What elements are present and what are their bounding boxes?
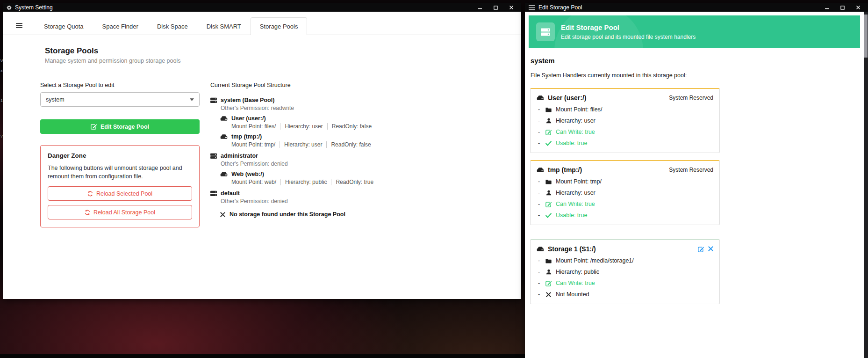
refresh-icon: [85, 210, 90, 215]
pool-permission: Other's Permission: denied: [221, 198, 288, 205]
hamburger-menu-icon: [529, 5, 535, 10]
tab-disk-space[interactable]: Disk Space: [148, 17, 197, 35]
cross-icon: [220, 212, 225, 217]
handler-card-storage1: Storage 1 (S1:/) Mount Point: /media/sto…: [530, 239, 720, 304]
hdd-icon: [220, 171, 228, 177]
tab-space-finder[interactable]: Space Finder: [93, 17, 148, 35]
gear-icon: [7, 5, 12, 10]
readonly-detail: ReadOnly: false: [326, 141, 371, 148]
close-icon[interactable]: [856, 5, 861, 10]
hdd-icon: [220, 116, 228, 121]
selected-pool-value: system: [46, 96, 65, 103]
mount-point-row: Mount Point: /media/storage1/: [537, 257, 713, 264]
edit-handler-icon[interactable]: [698, 246, 704, 252]
handler-name: Storage 1 (S1:/): [548, 245, 596, 253]
server-icon: [210, 153, 217, 159]
minimize-icon[interactable]: [478, 5, 482, 10]
user-icon: [545, 190, 552, 196]
mount-point-row: Mount Point: tmp/: [537, 178, 713, 185]
handler-card-tmp: tmp (tmp:/) System Reserved Mount Point:…: [530, 160, 720, 225]
system-setting-titlebar[interactable]: System Setting: [3, 3, 521, 12]
window-title: Edit Storage Pool: [538, 4, 582, 11]
handlers-intro-text: File System Handlers currently mounted i…: [531, 72, 858, 79]
maximize-icon[interactable]: [494, 6, 498, 10]
handler-name: tmp (tmp:/): [231, 133, 371, 140]
remove-handler-icon[interactable]: [708, 246, 713, 252]
storage-pools-page: Storage Pools Manage system and permissi…: [3, 35, 521, 227]
structure-heading: Current Storage Pool Structure: [210, 82, 463, 88]
handler-name: tmp (tmp:/): [548, 166, 582, 174]
can-write-row: Can Write: true: [537, 129, 713, 135]
pool-child-web: Web (web:/) Mount Point: web/ Hierarchy:…: [220, 171, 463, 185]
user-icon: [545, 269, 552, 275]
hdd-icon: [537, 95, 544, 101]
editing-pool-name: system: [531, 57, 858, 65]
system-reserved-badge: System Reserved: [669, 167, 713, 173]
close-icon[interactable]: [509, 5, 514, 10]
tab-storage-pools[interactable]: Storage Pools: [251, 17, 308, 35]
handler-name: User (user:/): [548, 94, 586, 102]
can-write-row: Can Write: true: [537, 280, 713, 286]
edit-pool-body: Edit Storage Pool Edit storage pool and …: [525, 12, 864, 358]
hierarchy-row: Hierarchy: user: [537, 190, 713, 196]
hdd-icon: [537, 246, 544, 252]
danger-zone-title: Danger Zone: [48, 152, 192, 159]
can-write-row: Can Write: true: [537, 201, 713, 207]
scrollbar-track[interactable]: [864, 12, 868, 358]
edit-storage-pool-window: Edit Storage Pool Edit Storage Pool Edit…: [525, 3, 868, 358]
danger-zone-card: Danger Zone The following buttons will u…: [40, 145, 200, 227]
storage-pool-structure: Current Storage Pool Structure system (B…: [210, 75, 463, 227]
system-setting-window: System Setting Storage Quota Space Finde…: [3, 3, 521, 299]
tab-bar: Storage Quota Space Finder Disk Space Di…: [3, 12, 521, 35]
pool-entry-system: system (Base Pool) Other's Permission: r…: [210, 97, 463, 148]
cross-icon: [545, 292, 552, 297]
pool-child-user: User (user:/) Mount Point: files/ Hierar…: [220, 115, 463, 130]
edit-storage-pool-button[interactable]: Edit Storage Pool: [40, 119, 200, 134]
empty-pool-message: No storage found under this Storage Pool: [220, 211, 463, 218]
pool-name: default: [221, 190, 288, 197]
folder-icon: [545, 107, 552, 112]
tab-storage-quota[interactable]: Storage Quota: [35, 17, 93, 35]
pool-permission: Other's Permission: denied: [221, 161, 288, 167]
maximize-icon[interactable]: [840, 6, 845, 10]
select-pool-label: Select a Storage Pool to edit: [40, 82, 200, 88]
page-title: Storage Pools: [45, 46, 502, 56]
server-icon: [210, 97, 217, 103]
tab-disk-smart[interactable]: Disk SMART: [197, 17, 251, 35]
reload-selected-pool-button[interactable]: Reload Selected Pool: [48, 186, 192, 201]
user-icon: [545, 118, 552, 124]
pool-name: system (Base Pool): [221, 97, 294, 103]
edit-icon: [545, 280, 552, 286]
minimize-icon[interactable]: [825, 5, 829, 10]
readonly-detail: ReadOnly: true: [331, 179, 373, 185]
pool-child-tmp: tmp (tmp:/) Mount Point: tmp/ Hierarchy:…: [220, 133, 463, 148]
server-icon: [210, 190, 217, 197]
handler-name: Web (web:/): [231, 171, 373, 177]
server-banner-icon: [536, 22, 555, 41]
mount-point-detail: Mount Point: web/: [231, 179, 276, 185]
edit-pool-titlebar[interactable]: Edit Storage Pool: [525, 3, 868, 12]
mount-point-detail: Mount Point: files/: [231, 123, 276, 130]
window-title: System Setting: [15, 4, 53, 11]
hamburger-menu-icon[interactable]: [3, 23, 35, 35]
storage-pool-select[interactable]: system: [40, 92, 200, 107]
folder-icon: [545, 179, 552, 184]
scrollbar-thumb[interactable]: [864, 15, 868, 58]
readonly-detail: ReadOnly: false: [327, 123, 372, 130]
check-icon: [545, 213, 552, 218]
edit-icon: [545, 201, 552, 207]
not-mounted-row: Not Mounted: [537, 291, 713, 298]
refresh-icon: [87, 191, 93, 197]
edit-icon: [91, 124, 97, 130]
page-subtitle: Manage system and permission group stora…: [45, 58, 502, 64]
folder-icon: [545, 258, 552, 263]
hierarchy-detail: Hierarchy: user: [280, 123, 323, 130]
edit-icon: [545, 129, 552, 135]
pool-permission: Other's Permission: readwrite: [221, 105, 294, 111]
system-reserved-badge: System Reserved: [669, 95, 713, 101]
system-setting-body: Storage Quota Space Finder Disk Space Di…: [3, 12, 521, 299]
edit-pool-banner: Edit Storage Pool Edit storage pool and …: [529, 15, 860, 48]
check-icon: [545, 141, 552, 146]
hierarchy-row: Hierarchy: public: [537, 269, 713, 275]
reload-all-pool-button[interactable]: Reload All Storage Pool: [48, 205, 192, 219]
